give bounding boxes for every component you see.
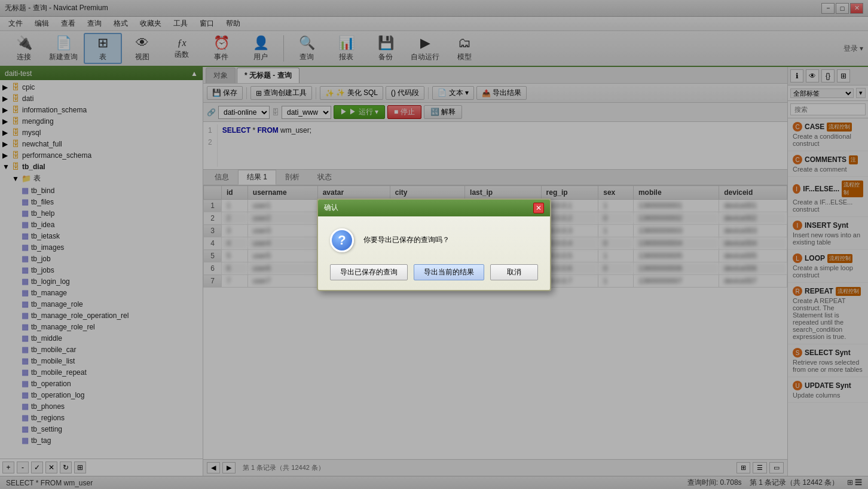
- confirm-dialog: 确认 ✕ ? 你要导出已保存的查询吗？ 导出已保存的查询 导出当前的结果 取消: [317, 198, 551, 291]
- dialog-close-button[interactable]: ✕: [533, 203, 544, 213]
- dialog-titlebar: 确认 ✕: [318, 200, 550, 216]
- dialog-overlay: 确认 ✕ ? 你要导出已保存的查询吗？ 导出已保存的查询 导出当前的结果 取消: [0, 0, 868, 489]
- export-current-button[interactable]: 导出当前的结果: [414, 264, 484, 280]
- dialog-question-icon: ?: [330, 228, 354, 252]
- dialog-title: 确认: [324, 203, 338, 213]
- dialog-footer: 导出已保存的查询 导出当前的结果 取消: [318, 258, 550, 290]
- export-saved-button[interactable]: 导出已保存的查询: [330, 264, 408, 280]
- cancel-button[interactable]: 取消: [490, 264, 538, 280]
- dialog-message: 你要导出已保存的查询吗？: [363, 235, 450, 245]
- dialog-body: ? 你要导出已保存的查询吗？: [318, 216, 550, 258]
